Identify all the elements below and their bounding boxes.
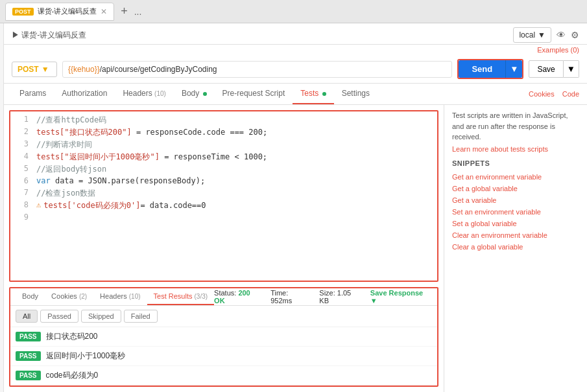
tab-more-button[interactable]: ... bbox=[134, 6, 142, 17]
browser-tab-bar: POST 课货-讲义编码反查 ✕ + ... bbox=[0, 0, 587, 23]
tab-method-badge: POST bbox=[12, 8, 34, 16]
code-line-7: 7 //检查json数据 bbox=[10, 187, 437, 200]
send-button-group: Send ▼ bbox=[457, 59, 523, 79]
body-dot bbox=[203, 92, 207, 96]
snippet-clear-env[interactable]: Clear an environment variable bbox=[452, 229, 579, 241]
tab-authorization[interactable]: Authorization bbox=[54, 84, 115, 104]
line-num-1: 1 bbox=[16, 115, 29, 124]
line-content-4: tests["返回时间小于1000毫秒"] = responseTime < 1… bbox=[36, 152, 432, 163]
snippets-title: SNIPPETS bbox=[452, 159, 579, 167]
line-num-4: 4 bbox=[16, 152, 29, 161]
tests-dot bbox=[322, 92, 326, 96]
breadcrumb: ▶ 课货-讲义编码反查 bbox=[12, 30, 86, 41]
eye-icon[interactable]: 👁 bbox=[557, 30, 566, 40]
test-result-3: PASS code码必须为0 bbox=[10, 366, 437, 386]
code-editor[interactable]: 1 //查看httpCode码 2 tests["接口状态码200"] = re… bbox=[9, 110, 438, 282]
test-result-text-1: 接口状态码200 bbox=[46, 331, 98, 342]
line-num-6: 6 bbox=[16, 176, 29, 185]
filter-skipped[interactable]: Skipped bbox=[81, 310, 121, 323]
tab-settings[interactable]: Settings bbox=[334, 84, 377, 104]
line-content-1: //查看httpCode码 bbox=[36, 115, 432, 126]
line-content-3: //判断请求时间 bbox=[36, 139, 432, 150]
method-arrow-icon: ▼ bbox=[42, 65, 49, 74]
test-result-text-2: 返回时间小于1000毫秒 bbox=[46, 351, 126, 362]
status-bar-inline: Status: 200 OK Time: 952ms Size: 1.05 KB… bbox=[214, 289, 432, 305]
results-tab-test-results[interactable]: Test Results (3/3) bbox=[147, 288, 215, 305]
code-line-4: 4 tests["返回时间小于1000毫秒"] = responseTime <… bbox=[10, 151, 437, 163]
line-num-2: 2 bbox=[16, 127, 29, 136]
pass-badge-3: PASS bbox=[16, 371, 41, 380]
top-header-row: ▶ 课货-讲义编码反查 local ▼ 👁 ⚙ bbox=[4, 23, 587, 45]
line-num-9: 9 bbox=[16, 213, 29, 222]
env-label: local bbox=[519, 30, 535, 40]
tab-params[interactable]: Params bbox=[12, 84, 54, 104]
snippet-get-variable[interactable]: Get a variable bbox=[452, 194, 579, 206]
url-path: /api/course/getCodingByJyCoding bbox=[100, 65, 217, 74]
save-button[interactable]: Save bbox=[529, 60, 563, 78]
tab-body[interactable]: Body bbox=[174, 84, 215, 104]
code-link[interactable]: Code bbox=[562, 88, 579, 100]
code-line-8: 8 ⚠ tests['code码必须为0']= data.code==0 bbox=[10, 200, 437, 212]
results-tab-cookies[interactable]: Cookies (2) bbox=[45, 288, 93, 305]
examples-button[interactable]: Examples (0) bbox=[537, 46, 579, 54]
snippet-clear-global[interactable]: Clear a global variable bbox=[452, 241, 579, 253]
send-dropdown-button[interactable]: ▼ bbox=[505, 60, 522, 78]
tab-prerequest[interactable]: Pre-request Script bbox=[215, 84, 293, 104]
filter-passed[interactable]: Passed bbox=[40, 310, 78, 323]
line-content-8: tests['code码必须为0']= data.code==0 bbox=[43, 200, 432, 211]
method-label: POST bbox=[18, 65, 39, 74]
snippet-set-global[interactable]: Set a global variable bbox=[452, 218, 579, 229]
test-results-count: (3/3) bbox=[195, 293, 208, 300]
env-dropdown-arrow: ▼ bbox=[538, 30, 545, 40]
examples-row: Examples (0) bbox=[4, 45, 587, 55]
status-value: 200 OK bbox=[214, 289, 250, 305]
new-tab-button[interactable]: + bbox=[118, 5, 130, 18]
time-value: 952ms bbox=[270, 297, 292, 305]
code-line-5: 5 //返回body转json bbox=[10, 163, 437, 176]
tab-title: 课货-讲义编码反查 bbox=[38, 6, 97, 16]
tab-close-button[interactable]: ✕ bbox=[101, 7, 107, 16]
save-response-button[interactable]: Save Response ▼ bbox=[370, 289, 432, 305]
split-pane: 1 //查看httpCode码 2 tests["接口状态码200"] = re… bbox=[4, 105, 587, 392]
results-tab-headers[interactable]: Headers (10) bbox=[93, 288, 147, 305]
url-variable: {{kehuo}} bbox=[68, 65, 100, 74]
snippets-learn-link[interactable]: Learn more about tests scripts bbox=[452, 145, 548, 153]
environment-dropdown[interactable]: local ▼ bbox=[513, 27, 551, 43]
code-line-2: 2 tests["接口状态码200"] = responseCode.code … bbox=[10, 126, 437, 139]
code-line-3: 3 //判断请求时间 bbox=[10, 139, 437, 151]
cookies-link[interactable]: Cookies bbox=[529, 88, 555, 100]
line-content-2: tests["接口状态码200"] = responseCode.code ==… bbox=[36, 127, 432, 138]
cookies-count: (2) bbox=[79, 293, 87, 300]
nav-tabs-row: Params Authorization Headers (10) Body P… bbox=[4, 84, 587, 105]
code-line-6: 6 var data = JSON.parse(responseBody); bbox=[10, 176, 437, 187]
size-label: Size: 1.05 KB bbox=[319, 289, 363, 305]
warn-icon-8: ⚠ bbox=[36, 200, 41, 209]
time-label: Time: 952ms bbox=[270, 289, 311, 305]
content-area: ▶ 课货-讲义编码反查 local ▼ 👁 ⚙ Examples (0) POS… bbox=[4, 23, 587, 392]
url-input[interactable]: {{kehuo}} /api/course/getCodingByJyCodin… bbox=[62, 61, 452, 78]
filter-all[interactable]: All bbox=[16, 310, 38, 323]
save-dropdown-button[interactable]: ▼ bbox=[564, 60, 579, 78]
snippet-get-env[interactable]: Get an environment variable bbox=[452, 171, 579, 183]
line-num-5: 5 bbox=[16, 164, 29, 173]
status-label: Status: 200 OK bbox=[214, 289, 263, 305]
snippets-description: Test scripts are written in JavaScript, … bbox=[452, 110, 579, 143]
line-num-7: 7 bbox=[16, 188, 29, 197]
left-pane: 1 //查看httpCode码 2 tests["接口状态码200"] = re… bbox=[4, 105, 444, 392]
line-content-7: //检查json数据 bbox=[36, 188, 432, 199]
filter-failed[interactable]: Failed bbox=[124, 310, 158, 323]
results-tab-body[interactable]: Body bbox=[16, 288, 45, 305]
snippet-get-global[interactable]: Get a global variable bbox=[452, 183, 579, 194]
snippet-set-env[interactable]: Set an environment variable bbox=[452, 206, 579, 218]
url-bar-row: POST ▼ {{kehuo}} /api/course/getCodingBy… bbox=[4, 55, 587, 84]
send-button[interactable]: Send bbox=[459, 60, 505, 78]
tabs-right-links: Cookies Code bbox=[529, 88, 579, 100]
tab-tests[interactable]: Tests bbox=[293, 84, 333, 104]
line-content-6: var data = JSON.parse(responseBody); bbox=[36, 176, 432, 185]
active-tab[interactable]: POST 课货-讲义编码反查 ✕ bbox=[5, 3, 114, 21]
gear-icon[interactable]: ⚙ bbox=[571, 30, 579, 40]
method-dropdown[interactable]: POST ▼ bbox=[12, 62, 57, 77]
right-pane-snippets: Test scripts are written in JavaScript, … bbox=[444, 105, 587, 392]
tab-headers[interactable]: Headers (10) bbox=[115, 84, 174, 104]
code-line-9: 9 bbox=[10, 212, 437, 224]
